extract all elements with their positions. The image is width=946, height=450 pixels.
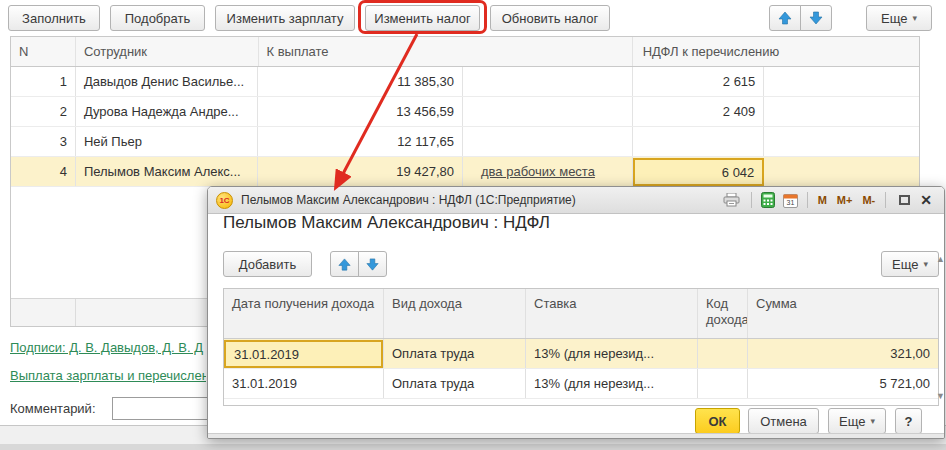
help-button[interactable]: ? [895,408,922,434]
chevron-down-icon: ▾ [912,14,917,23]
ndfl-row[interactable]: 31.01.2019 Оплата труда 13% (для нерезид… [224,369,938,399]
memory-plus-button[interactable]: M+ [832,190,858,210]
col-header-employee[interactable]: Сотрудник [76,37,259,66]
col-header-code[interactable]: Код дохода [698,289,748,338]
dialog-titlebar[interactable]: 1С Пелымов Максим Александрович : НДФЛ (… [208,187,944,214]
income-code [698,339,748,368]
memory-recall-button[interactable]: M [813,190,832,210]
date-selected-cell[interactable]: 31.01.2019 [224,340,383,368]
filler-cell [764,157,919,186]
ok-button[interactable]: ОК [695,408,740,434]
payment-link[interactable]: Выплата зарплаты и перечислен [10,368,206,383]
ndfl-table: Дата получения дохода Вид дохода Ставка … [223,288,939,406]
more-button-label: Еще [881,11,907,26]
payout-value: 11 385,30 [258,67,463,96]
add-button[interactable]: Добавить [223,251,312,277]
employee-table-header: N Сотрудник К выплате НДФЛ к перечислени… [11,37,919,67]
two-workplaces-link[interactable]: два рабочих места [481,164,595,179]
employee-name: Давыдов Денис Василье... [76,67,259,96]
dialog-more-button-top[interactable]: Еще ▾ [881,251,939,277]
tax-value [633,127,765,156]
scroll-down-icon[interactable]: ▼ [936,391,945,401]
filler-cell [764,67,919,96]
print-icon[interactable] [717,190,746,210]
tax-rate: 13% (для нерезид... [526,339,698,368]
change-tax-button[interactable]: Изменить налог [365,5,480,31]
comment-input[interactable] [112,397,212,420]
employee-name: Дурова Надежда Андре... [76,97,259,126]
tax-value: 2 409 [633,97,765,126]
move-down-button[interactable] [800,5,832,31]
chevron-down-icon: ▾ [923,260,928,269]
col-header-sum[interactable]: Сумма [748,289,938,338]
fill-button[interactable]: Заполнить [8,5,100,31]
more-button-label: Еще [892,257,918,272]
dialog-move-down-button[interactable] [358,251,387,277]
update-tax-button[interactable]: Обновить налог [490,5,610,31]
table-bottom-padding [224,399,938,405]
more-button-main[interactable]: Еще ▾ [866,5,932,31]
ndfl-dialog: 1С Пелымов Максим Александрович : НДФЛ (… [207,186,945,439]
table-row-selected[interactable]: 4 Пелымов Максим Алекс... 19 427,80 два … [11,157,919,187]
col-header-type[interactable]: Вид дохода [384,289,526,338]
employee-name: Ней Пьер [76,127,259,156]
titlebar-separator [751,192,752,208]
dialog-heading: Пелымов Максим Александрович : НДФЛ [223,213,550,233]
ndfl-table-header: Дата получения дохода Вид дохода Ставка … [224,289,938,339]
filler-cell [764,127,919,156]
col-header-date[interactable]: Дата получения дохода [224,289,384,338]
col-header-rate[interactable]: Ставка [526,289,698,338]
filler-cell [764,97,919,126]
pick-button[interactable]: Подобрать [110,5,205,31]
comment-label: Комментарий: [10,401,96,416]
payout-value: 19 427,80 [258,157,463,186]
memory-minus-button[interactable]: M- [857,190,880,210]
payout-value: 12 117,65 [258,127,463,156]
note-cell [463,97,633,126]
change-salary-button[interactable]: Изменить зарплату [215,5,355,31]
row-number: 3 [11,127,76,156]
calendar-icon[interactable]: 31 [779,190,802,210]
close-icon[interactable]: ✕ [918,190,938,210]
table-row[interactable]: 3 Ней Пьер 12 117,65 [11,127,919,157]
dialog-move-up-button[interactable] [330,251,359,277]
app-window: Заполнить Подобрать Изменить зарплату Из… [0,0,946,450]
ndfl-row-selected[interactable]: 31.01.2019 Оплата труда 13% (для нерезид… [224,339,938,369]
note-cell [463,127,633,156]
table-row[interactable]: 1 Давыдов Денис Василье... 11 385,30 2 6… [11,67,919,97]
svg-text:31: 31 [786,199,794,206]
dialog-footer-strip [208,433,944,438]
tax-value-selected-cell[interactable]: 6 042 [633,158,765,186]
col-header-n[interactable]: N [11,37,76,66]
cancel-button[interactable]: Отмена [748,408,819,434]
more-button-label: Еще [839,414,865,429]
titlebar-separator [807,192,808,208]
sum-value: 321,00 [748,339,938,368]
note-cell [463,67,633,96]
income-type: Оплата труда [384,369,526,398]
1c-logo-icon: 1С [216,192,233,209]
sum-value: 5 721,00 [748,369,938,398]
signatures-link[interactable]: Подписи: Д. В. Давыдов, Д. В. Д [10,340,206,355]
employee-name: Пелымов Максим Алекс... [76,157,259,186]
row-number: 1 [11,67,76,96]
table-row[interactable]: 2 Дурова Надежда Андре... 13 456,59 2 40… [11,97,919,127]
income-type: Оплата труда [384,339,526,368]
tax-value: 2 615 [633,67,765,96]
titlebar-separator [885,192,886,208]
calculator-icon[interactable] [757,190,779,210]
dialog-title: Пелымов Максим Александрович : НДФЛ (1С:… [241,193,717,207]
tax-rate: 13% (для нерезид... [526,369,698,398]
maximize-icon[interactable] [899,195,910,205]
move-up-button[interactable] [769,5,801,31]
dialog-more-button-bottom[interactable]: Еще ▾ [828,408,886,434]
col-header-payout[interactable]: К выплате [259,37,633,66]
row-number: 4 [11,157,76,186]
down-arrow-icon [808,10,824,26]
payout-value: 13 456,59 [258,97,463,126]
scroll-up-icon[interactable]: ▲ [936,254,945,264]
row-number: 2 [11,97,76,126]
up-arrow-icon [777,10,793,26]
up-arrow-icon [337,257,352,272]
col-header-tax[interactable]: НДФЛ к перечислению [633,37,919,66]
